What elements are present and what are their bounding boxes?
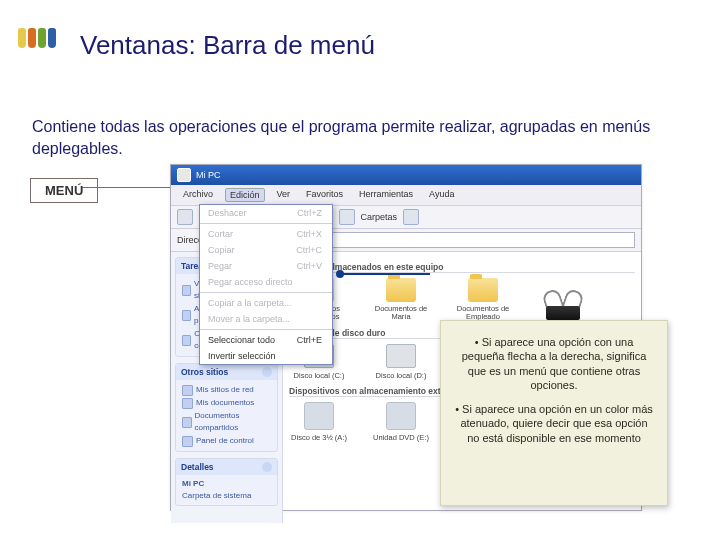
slide-lede: Contiene todas las operaciones que el pr… xyxy=(32,116,672,159)
binder-clip-icon xyxy=(540,292,586,330)
dd-inv-sel[interactable]: Invertir selección xyxy=(200,348,332,364)
dd-copiar-a: Copiar a la carpeta... xyxy=(200,295,332,311)
collapse-icon[interactable] xyxy=(262,462,272,472)
task-icon xyxy=(182,335,191,346)
task-icon xyxy=(182,310,191,321)
folder-icon xyxy=(386,278,416,302)
menu-herramientas[interactable]: Herramientas xyxy=(355,188,417,202)
sticky-p2: Si aparece una opción en un color más at… xyxy=(460,403,652,444)
menubar: Archivo Edición Ver Favoritos Herramient… xyxy=(171,185,641,206)
dd-copiar: CopiarCtrl+C xyxy=(200,242,332,258)
panel-otros: Otros sitios Mis sitios de red Mis docum… xyxy=(175,363,278,452)
place-item[interactable]: Mis documentos xyxy=(196,397,254,409)
edit-dropdown: DeshacerCtrl+Z CortarCtrl+X CopiarCtrl+C… xyxy=(199,204,333,365)
folders-icon[interactable] xyxy=(339,209,355,225)
details-type: Carpeta de sistema xyxy=(182,490,271,502)
slide-title: Ventanas: Barra de menú xyxy=(80,30,375,61)
back-icon[interactable] xyxy=(177,209,193,225)
toolbar-folders[interactable]: Carpetas xyxy=(361,212,398,222)
menu-favoritos[interactable]: Favoritos xyxy=(302,188,347,202)
logo xyxy=(18,28,56,48)
task-icon xyxy=(182,285,191,296)
floppy-icon xyxy=(304,402,334,430)
sticky-p1: Si aparece una opción con una pequeña fl… xyxy=(462,336,647,391)
dd-pegar-ad: Pegar acceso directo xyxy=(200,274,332,290)
dd-deshacer: DeshacerCtrl+Z xyxy=(200,205,332,221)
drive-icon xyxy=(386,344,416,368)
dd-mover-a: Mover a la carpeta... xyxy=(200,311,332,327)
dvd-icon xyxy=(386,402,416,430)
mypc-icon xyxy=(177,168,191,182)
device-item[interactable]: Unidad DVD (E:) xyxy=(371,402,431,442)
place-icon xyxy=(182,417,192,428)
place-icon xyxy=(182,398,193,409)
dd-pegar: PegarCtrl+V xyxy=(200,258,332,274)
folder-icon xyxy=(468,278,498,302)
dd-cortar: CortarCtrl+X xyxy=(200,226,332,242)
menu-ayuda[interactable]: Ayuda xyxy=(425,188,458,202)
panel-detalles-header: Detalles xyxy=(181,462,214,472)
place-icon xyxy=(182,436,193,447)
drive-item[interactable]: Disco local (D:) xyxy=(371,344,431,380)
folder-item[interactable]: Documentos de Empleado xyxy=(453,278,513,322)
place-item[interactable]: Panel de control xyxy=(196,435,254,447)
dropdown-pointer-arrow xyxy=(338,273,430,275)
window-title: Mi PC xyxy=(196,170,221,180)
place-item[interactable]: Documentos compartidos xyxy=(195,410,271,434)
window-titlebar: Mi PC xyxy=(171,165,641,185)
folder-item[interactable]: Documentos de María xyxy=(371,278,431,322)
views-icon[interactable] xyxy=(403,209,419,225)
menu-ver[interactable]: Ver xyxy=(273,188,295,202)
menu-callout-label: MENÚ xyxy=(30,178,98,203)
menu-edicion[interactable]: Edición xyxy=(225,188,265,202)
dd-sel-todo[interactable]: Seleccionar todoCtrl+E xyxy=(200,332,332,348)
panel-otros-header: Otros sitios xyxy=(181,367,228,377)
collapse-icon[interactable] xyxy=(262,367,272,377)
menu-archivo[interactable]: Archivo xyxy=(179,188,217,202)
place-item[interactable]: Mis sitios de red xyxy=(196,384,254,396)
device-item[interactable]: Disco de 3½ (A:) xyxy=(289,402,349,442)
place-icon xyxy=(182,385,193,396)
details-name: Mi PC xyxy=(182,478,271,490)
sticky-note: • Si aparece una opción con una pequeña … xyxy=(440,320,668,506)
panel-detalles: Detalles Mi PC Carpeta de sistema xyxy=(175,458,278,506)
